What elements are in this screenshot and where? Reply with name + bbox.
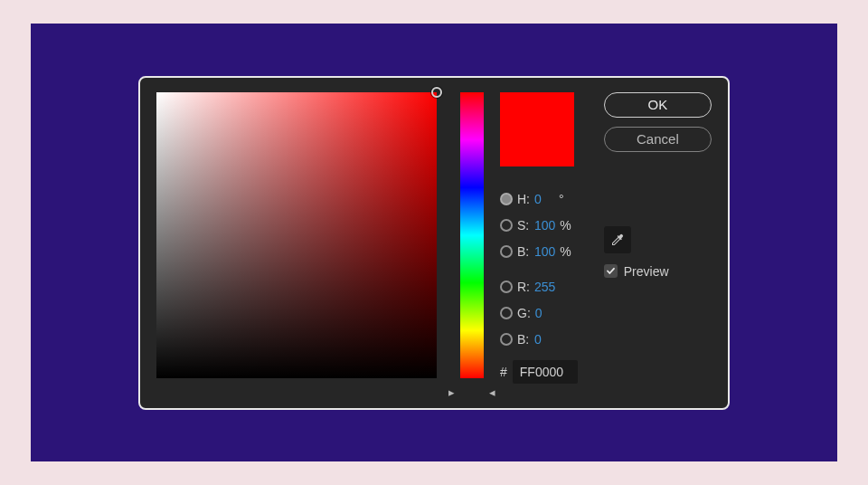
hue-unit: ° xyxy=(559,192,564,206)
preview-checkbox[interactable] xyxy=(604,264,618,278)
green-radio[interactable] xyxy=(500,307,513,319)
hex-row: # xyxy=(500,360,584,384)
sb-black-gradient xyxy=(156,92,437,378)
blue-radio[interactable] xyxy=(500,333,513,346)
hue-arrow-right-icon: ◂ xyxy=(489,385,495,399)
brightness-value[interactable]: 100 xyxy=(534,244,555,259)
blue-value[interactable]: 0 xyxy=(534,332,554,347)
preview-row: Preview xyxy=(604,264,712,279)
right-actions-column: OK Cancel Preview xyxy=(604,92,712,395)
brightness-radio[interactable] xyxy=(500,245,513,258)
color-picker-left: ▸ ◂ xyxy=(156,92,484,395)
ok-button[interactable]: OK xyxy=(604,92,712,118)
saturation-unit: % xyxy=(560,218,571,233)
cancel-button[interactable]: Cancel xyxy=(604,127,712,152)
green-row: G: 0 xyxy=(500,300,584,326)
blue-label: B: xyxy=(517,332,530,347)
hex-label: # xyxy=(500,365,507,379)
green-label: G: xyxy=(517,306,531,320)
app-background: ▸ ◂ H: 0 ° S: 100 % B: 100 % xyxy=(31,24,837,461)
hue-strip[interactable] xyxy=(460,92,484,378)
hue-label: H: xyxy=(517,192,530,206)
hue-value[interactable]: 0 xyxy=(534,192,554,206)
eyedropper-button[interactable] xyxy=(604,226,631,253)
check-icon xyxy=(606,266,616,276)
blue-row: B: 0 xyxy=(500,327,584,352)
saturation-row: S: 100 % xyxy=(500,213,584,238)
color-values-column: H: 0 ° S: 100 % B: 100 % R: 255 xyxy=(500,92,584,395)
hex-input[interactable] xyxy=(513,360,578,384)
red-radio[interactable] xyxy=(500,281,513,293)
eyedropper-icon xyxy=(610,233,625,247)
saturation-value[interactable]: 100 xyxy=(534,218,555,233)
hue-row: H: 0 ° xyxy=(500,186,584,212)
saturation-radio[interactable] xyxy=(500,219,513,232)
brightness-label: B: xyxy=(517,244,530,259)
sb-cursor-icon[interactable] xyxy=(431,87,442,98)
brightness-row: B: 100 % xyxy=(500,239,584,264)
red-value[interactable]: 255 xyxy=(534,280,555,294)
red-label: R: xyxy=(517,280,530,294)
saturation-brightness-field[interactable] xyxy=(156,92,437,378)
color-picker-dialog: ▸ ◂ H: 0 ° S: 100 % B: 100 % xyxy=(138,76,730,410)
preview-label: Preview xyxy=(624,264,669,279)
red-row: R: 255 xyxy=(500,274,584,300)
saturation-label: S: xyxy=(517,218,530,233)
current-color-swatch xyxy=(500,92,574,166)
brightness-unit: % xyxy=(560,244,571,259)
hue-arrow-left-icon: ▸ xyxy=(448,385,455,399)
hue-radio[interactable] xyxy=(500,193,513,205)
hue-strip-wrap: ▸ ◂ xyxy=(460,92,484,395)
green-value[interactable]: 0 xyxy=(535,306,555,320)
